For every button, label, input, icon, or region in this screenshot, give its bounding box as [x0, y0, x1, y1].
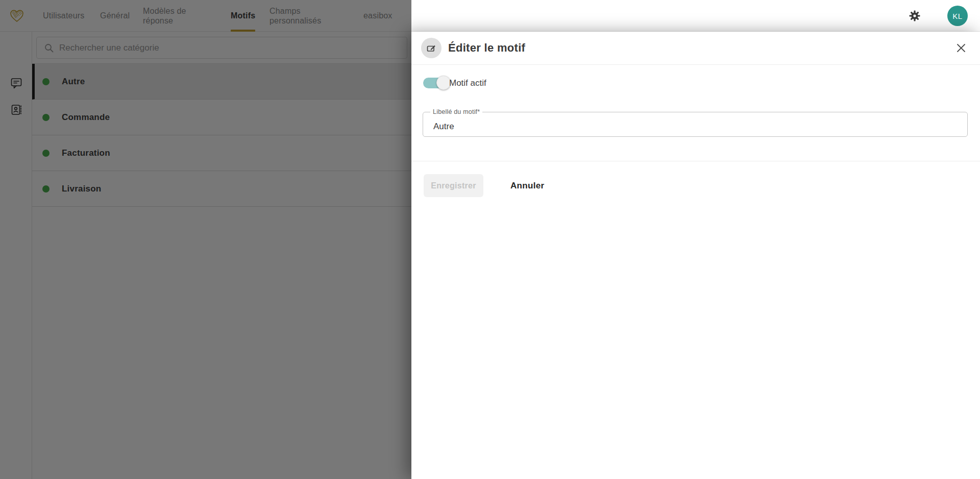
edit-icon [426, 43, 436, 53]
gear-icon[interactable] [909, 10, 921, 22]
modal-backdrop[interactable] [0, 0, 411, 479]
libelle-field: Libellé du motif* [423, 108, 968, 137]
avatar[interactable]: KL [947, 6, 968, 26]
actions-divider [411, 161, 980, 161]
libelle-input[interactable] [433, 122, 923, 132]
cancel-button[interactable]: Annuler [510, 174, 544, 197]
save-button[interactable]: Enregistrer [424, 174, 483, 197]
close-icon[interactable] [955, 42, 967, 54]
toggle-label: Motif actif [449, 78, 486, 88]
avatar-initials: KL [952, 12, 962, 20]
libelle-field-label: Libellé du motif* [430, 108, 482, 115]
drawer-title: Éditer le motif [448, 32, 525, 64]
toggle-knob [436, 76, 451, 90]
edit-icon-badge [421, 38, 442, 58]
edit-motif-drawer: Éditer le motif Motif actif Libellé du m… [411, 32, 980, 479]
drawer-header: Éditer le motif [411, 32, 980, 65]
